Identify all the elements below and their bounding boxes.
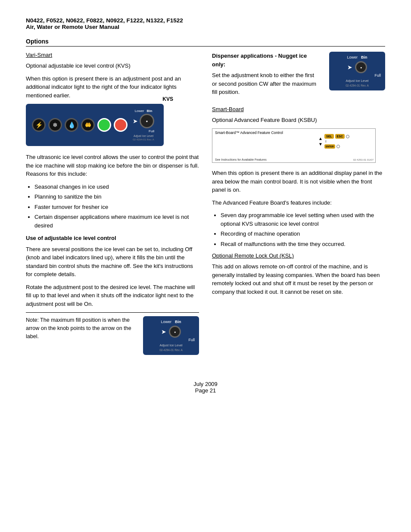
down-arrow-icon: ▼ (318, 142, 323, 146)
bin-label: Bin (146, 109, 152, 113)
sb-code: 02-4253-01 01/07 (353, 159, 374, 161)
dispenser-para: Set the adjustment knob to either the fi… (212, 71, 321, 96)
para-ultrasonic: The ultrasonic ice level control allows … (26, 153, 199, 178)
note-text: Note: The maximum fill position is when … (26, 316, 132, 340)
title-line1: N0422, F0522, N0622, F0822, N0922, F1222… (26, 17, 385, 24)
sb-bullet-1: Seven day programmable ice level setting… (221, 211, 385, 228)
left-column: Vari-Smart Optional adjustable ice level… (26, 52, 199, 355)
bold-heading: Use of adjustable ice level control (26, 234, 199, 243)
knob-bottom: ● (169, 326, 181, 338)
lower-label-top: Lower (347, 55, 358, 59)
para-sb2: When this option is present there is an … (212, 169, 385, 194)
sb-circle-bottom (336, 145, 340, 148)
sb-diagram-title: Smart-Board™ Advanced Feature Control (215, 131, 283, 135)
lower-label: Lower (135, 109, 144, 113)
para-sb3: The Advanced Feature Board's features in… (212, 199, 385, 207)
kvs-adjust-label: Adjust Ice Level (134, 134, 153, 137)
kvs-knob: ● (140, 114, 154, 128)
bullet-item: Certain dispenser applications where max… (34, 213, 199, 230)
smartboard-title: Smart-Board (212, 106, 244, 112)
ice-level-diagram-top: Lower Bin ➤ ● Full Adjust Ice Level 02-4… (329, 52, 385, 90)
adjust-ice-top: Adjust Ice Level (346, 79, 369, 83)
dispenser-heading: Dispenser applications - Nugget ice only… (212, 52, 321, 68)
ksl-title: Optional Remote Lock Out (KSL) (212, 252, 294, 259)
bin-label-top: Bin (361, 55, 367, 59)
para-positions: There are several positions the ice leve… (26, 245, 199, 279)
knob-top: ● (355, 61, 367, 73)
red-dot (114, 118, 128, 132)
enter-button[interactable]: ENTER (324, 144, 335, 149)
full-text: Full (188, 338, 195, 342)
bin-text: Bin (175, 320, 181, 324)
green-dot (97, 118, 111, 132)
arrow-icon: ➤ (161, 328, 166, 335)
full-label-top: Full (374, 73, 381, 78)
arrow-right-icon: ➤ (133, 118, 138, 124)
kvs-icons: ⚡ ❄ 💧 🤲 (32, 118, 128, 132)
dispenser-section: Dispenser applications - Nugget ice only… (212, 52, 385, 101)
page-header: N0422, F0522, N0622, F0822, N0922, F1222… (26, 17, 385, 30)
drop-icon: 💧 (65, 118, 78, 132)
right-column: Dispenser applications - Nugget ice only… (212, 52, 385, 355)
two-col-layout: Vari-Smart Optional adjustable ice level… (26, 52, 385, 355)
bullet-item: Seasonal changes in ice used (34, 183, 199, 191)
footer-line2: Page 21 (26, 387, 385, 394)
diagram-code-bottom: 02-4294-01 Rev. A (159, 348, 183, 352)
footer-line1: July 2009 (26, 381, 385, 387)
hand-icon: 🤲 (81, 118, 95, 132)
arrow-icon-top: ➤ (347, 64, 352, 71)
full-label: Full (149, 129, 154, 133)
para-kvs: Optional adjustable ice level control (K… (26, 62, 199, 70)
sb-bullet-2: Recording of machine operation (221, 230, 385, 238)
ice-level-diagram-bottom: Lower Bin ➤ ● Full Adjust Ice Level 02-4… (143, 316, 199, 355)
sb-bullet-3: Recall of malfunctions with the time the… (221, 240, 385, 249)
para-ksbu: Optional Advanced Feature Board (KSBU) (212, 116, 385, 124)
sb-buttons: ▲ ▼ SEL ESC ⬇ ENTER (318, 134, 349, 149)
kvs-knob-area: Lower Bin ➤ ● Full Adjust Ice Level 02-4… (133, 109, 154, 141)
para-ksl: This add on allows remote on-off control… (212, 262, 385, 296)
title-line2: Air, Water or Remote User Manual (26, 24, 385, 30)
sb-circle-top (346, 135, 349, 138)
bullet-item: Planning to sanitize the bin (34, 193, 199, 201)
diagram-code-top: 02-4294-01 Rev. A (346, 84, 369, 87)
sb-see-instructions: See Instructions for Available Features (215, 158, 267, 161)
para-rotate: Rotate the adjustment post to the desire… (26, 283, 199, 308)
sel-button[interactable]: SEL (324, 134, 334, 139)
adjust-ice-label: Adjust Ice Level (160, 343, 183, 347)
smartboard-diagram: Smart-Board™ Advanced Feature Control ▲ … (212, 128, 376, 163)
kvs-label: KVS (162, 96, 173, 102)
note-box: Note: The maximum fill position is when … (26, 312, 199, 355)
bullets-list1: Seasonal changes in ice used Planning to… (34, 183, 199, 230)
section-title: Options (26, 38, 385, 47)
snow-icon: ❄ (48, 118, 62, 132)
esc-button[interactable]: ESC (335, 134, 345, 139)
lower-text: Lower (161, 320, 171, 324)
varismart-title: Vari-Smart (26, 52, 52, 58)
page-footer: July 2009 Page 21 (26, 381, 385, 394)
kvs-panel-diagram: ⚡ ❄ 💧 🤲 Lower (26, 104, 164, 146)
lightning-icon: ⚡ (32, 118, 46, 132)
dispenser-text: Dispenser applications - Nugget ice only… (212, 52, 321, 101)
up-arrow-icon: ▲ (318, 136, 323, 141)
bullet-item: Faster turnover for fresher ice (34, 203, 199, 212)
bullets-sb: Seven day programmable ice level setting… (221, 211, 385, 248)
kvs-code-panel: 02-4294-01 Rev. A (133, 138, 154, 141)
kvs-panel-wrapper: KVS ⚡ ❄ 💧 🤲 (26, 104, 199, 146)
